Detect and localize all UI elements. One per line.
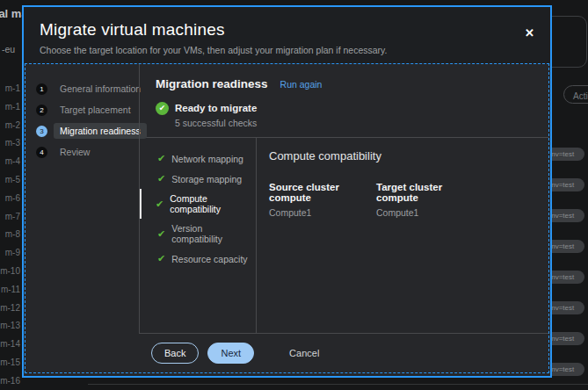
background-vm-row: m-11 bbox=[1, 285, 20, 294]
check-detail-panel: Compute compatibility Source cluster com… bbox=[257, 138, 548, 333]
step-label: General information bbox=[54, 81, 147, 97]
check-item-network-mapping[interactable]: ✔Network mapping bbox=[140, 148, 256, 169]
wizard-step-target-placement[interactable]: 2Target placement bbox=[25, 99, 140, 120]
readiness-heading: Migration readiness bbox=[156, 77, 268, 90]
step-label: Review bbox=[54, 144, 96, 160]
check-success-icon: ✔ bbox=[157, 253, 165, 264]
step-label: Migration readiness bbox=[54, 123, 147, 139]
check-success-icon: ✔ bbox=[157, 153, 165, 164]
background-vm-row: m-3 bbox=[5, 138, 20, 148]
check-label: Compute compatibility bbox=[170, 193, 252, 214]
background-vm-row: m-13 bbox=[0, 321, 20, 330]
success-check-icon: ✔ bbox=[156, 102, 169, 115]
wizard-content: Migration readiness Run again ✔ Ready to… bbox=[140, 64, 548, 372]
readiness-status-subtitle: 5 successful checks bbox=[175, 118, 257, 128]
step-number-badge: 4 bbox=[36, 147, 47, 158]
migrate-vm-modal: Migrate virtual machines Choose the targ… bbox=[22, 5, 552, 378]
background-vm-row: m-8 bbox=[5, 229, 20, 239]
check-item-resource-capacity[interactable]: ✔Resource capacity bbox=[140, 249, 256, 269]
readiness-checks-area: ✔Network mapping✔Storage mapping✔Compute… bbox=[140, 137, 548, 333]
check-success-icon: ✔ bbox=[157, 228, 165, 240]
readiness-status-title: Ready to migrate bbox=[175, 102, 257, 115]
wizard-footer: Back Next Cancel bbox=[140, 333, 548, 372]
step-number-badge: 1 bbox=[36, 83, 47, 95]
wizard-step-review[interactable]: 4Review bbox=[25, 141, 140, 162]
background-vm-row: m-9 bbox=[5, 248, 20, 257]
background-vm-row: m-10 bbox=[0, 266, 20, 276]
background-vm-row: m-15 bbox=[0, 358, 20, 367]
close-icon[interactable]: ✕ bbox=[523, 25, 536, 40]
run-again-link[interactable]: Run again bbox=[280, 79, 323, 90]
readiness-header: Migration readiness Run again ✔ Ready to… bbox=[140, 64, 548, 137]
step-number-badge: 3 bbox=[36, 126, 47, 137]
background-vm-row: m-4 bbox=[5, 156, 20, 166]
step-number-badge: 2 bbox=[36, 105, 47, 116]
background-vm-row: m-14 bbox=[0, 339, 20, 349]
modal-title: Migrate virtual machines bbox=[40, 20, 534, 40]
screen: Virtual machines -eu m-1m-1m-2m-3m-4m-5m… bbox=[0, 0, 588, 390]
detail-column-value: Compute1 bbox=[376, 207, 483, 218]
background-vm-row: m-1 bbox=[5, 102, 20, 112]
check-label: Resource capacity bbox=[171, 254, 247, 264]
actions-button[interactable]: Actions bbox=[563, 85, 588, 104]
check-label: Version compatibility bbox=[171, 223, 252, 244]
background-vm-row: m-6 bbox=[5, 193, 20, 203]
check-label: Network mapping bbox=[171, 154, 243, 164]
background-vm-row: m-12 bbox=[0, 303, 20, 313]
modal-header: Migrate virtual machines Choose the targ… bbox=[24, 7, 550, 63]
wizard-step-migration-readiness[interactable]: 3Migration readiness bbox=[25, 120, 140, 141]
detail-column-header: Source cluster compute bbox=[269, 182, 376, 203]
check-success-icon: ✔ bbox=[156, 199, 163, 210]
wizard-step-general-information[interactable]: 1General information bbox=[25, 78, 140, 99]
background-vm-row: m-1 bbox=[5, 83, 20, 93]
check-item-version-compatibility[interactable]: ✔Version compatibility bbox=[140, 219, 256, 249]
check-label: Storage mapping bbox=[171, 174, 242, 184]
detail-column: Source cluster computeCompute1 bbox=[269, 182, 376, 218]
cancel-button[interactable]: Cancel bbox=[277, 343, 331, 363]
background-vm-row: m-5 bbox=[5, 175, 20, 184]
step-label: Target placement bbox=[54, 102, 137, 118]
background-vm-row: m-7 bbox=[5, 212, 20, 221]
detail-column-value: Compute1 bbox=[269, 207, 376, 218]
detail-column-header: Target cluster compute bbox=[376, 182, 483, 203]
checks-list: ✔Network mapping✔Storage mapping✔Compute… bbox=[140, 138, 257, 333]
background-cluster-label: -eu bbox=[2, 44, 15, 54]
wizard-step-nav: 1General information2Target placement3Mi… bbox=[25, 64, 140, 372]
background-vm-row: m-2 bbox=[5, 120, 20, 130]
next-button[interactable]: Next bbox=[207, 343, 254, 364]
check-detail-heading: Compute compatibility bbox=[269, 149, 548, 162]
detail-column: Target cluster computeCompute1 bbox=[376, 182, 483, 218]
modal-subtitle: Choose the target location for your VMs,… bbox=[40, 45, 534, 55]
wizard-body: 1General information2Target placement3Mi… bbox=[25, 63, 549, 373]
back-button[interactable]: Back bbox=[151, 343, 199, 364]
background-divider bbox=[88, 384, 588, 385]
check-success-icon: ✔ bbox=[157, 173, 165, 184]
check-item-compute-compatibility[interactable]: ✔Compute compatibility bbox=[140, 189, 256, 219]
check-item-storage-mapping[interactable]: ✔Storage mapping bbox=[140, 169, 256, 189]
background-vm-row: m-16 bbox=[0, 376, 20, 386]
